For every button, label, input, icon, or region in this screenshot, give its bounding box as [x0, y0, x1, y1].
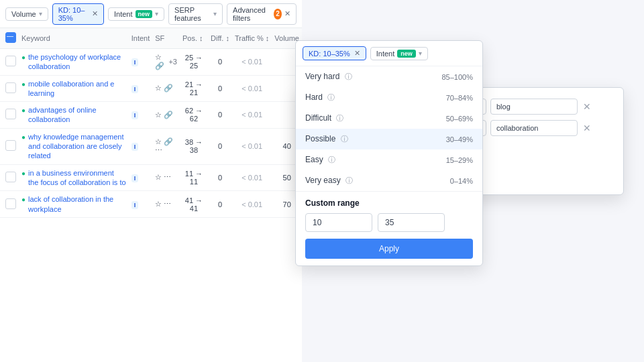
keyword-link[interactable]: lack of collaboration in the workplace: [28, 194, 126, 214]
keyword-link[interactable]: advantages of online collaboration: [28, 105, 126, 125]
kd-item-easy[interactable]: Easy ⓘ 15–29%: [296, 149, 482, 170]
col-sf: SF: [152, 28, 180, 49]
intent-badge: I: [131, 201, 139, 209]
kd-item-difficult[interactable]: Difficult ⓘ 50–69%: [296, 108, 482, 129]
col-diff: Diff. ↕: [208, 28, 232, 49]
table-row: ● the psychology of workplace collaborat…: [0, 49, 302, 76]
table-row: ● in a business environment the focus of…: [0, 164, 302, 191]
table-container: Volume ▾ KD: 10–35% ✕ Intent new ▾ SERP …: [0, 0, 302, 362]
intent-badge: I: [131, 58, 139, 66]
kd-close-icon[interactable]: ✕: [92, 9, 98, 18]
volume-chevron-icon: ▾: [39, 10, 42, 17]
filter-value-input-2[interactable]: [490, 120, 578, 136]
custom-range-min-input[interactable]: [305, 213, 372, 232]
sf-icons: ☆ 🔗: [155, 111, 173, 119]
col-intent: Intent: [129, 28, 153, 49]
serp-chevron-icon: ▾: [213, 10, 217, 17]
advanced-filters-close-icon[interactable]: ✕: [284, 9, 290, 18]
kd-active-pill[interactable]: KD: 10–35% ✕: [303, 46, 366, 60]
intent-badge: I: [131, 111, 139, 119]
table-row: ● advantages of online collaboration I ☆…: [0, 102, 302, 129]
custom-range-title: Custom range: [305, 198, 473, 208]
row-checkbox[interactable]: [5, 198, 16, 209]
volume-filter-pill[interactable]: Volume ▾: [5, 7, 48, 21]
advanced-filters-button[interactable]: Advanced filters 2 ✕: [227, 3, 297, 25]
custom-range-apply-button[interactable]: Apply: [305, 239, 473, 259]
kd-dropdown: KD: 10–35% ✕ Intent new ▾ Very hard ⓘ 85…: [295, 40, 483, 266]
row-checkbox[interactable]: [5, 109, 16, 119]
kd-top-bar: KD: 10–35% ✕ Intent new ▾: [296, 41, 482, 66]
row-expand-icon[interactable]: ●: [21, 133, 25, 141]
sf-icons: ☆ ⋯: [155, 173, 171, 181]
keyword-link[interactable]: why knowledge management and collaborati…: [28, 132, 126, 161]
row-expand-icon[interactable]: ●: [21, 54, 25, 61]
table-row: ● mobile collaboration and e learning I …: [0, 75, 302, 102]
table-row: ● lack of collaboration in the workplace…: [0, 191, 302, 218]
kd-item-very-hard[interactable]: Very hard ⓘ 85–100%: [296, 66, 482, 87]
serp-filter-pill[interactable]: SERP features ▾: [168, 3, 223, 25]
keyword-link[interactable]: in a business environment the focus of c…: [28, 168, 126, 188]
custom-range-max-input[interactable]: [378, 213, 445, 232]
sf-icons: ☆ ⋯: [155, 200, 171, 208]
row-expand-icon[interactable]: ●: [21, 170, 25, 177]
custom-range-section: Custom range Apply: [296, 192, 482, 265]
keyword-link[interactable]: mobile collaboration and e learning: [28, 79, 126, 99]
intent-badge: I: [131, 143, 139, 151]
kd-item-hard[interactable]: Hard ⓘ 70–84%: [296, 87, 482, 108]
row-expand-icon[interactable]: ●: [21, 80, 25, 88]
row-checkbox[interactable]: [5, 140, 16, 151]
sf-icons: ☆ 🔗: [155, 84, 173, 92]
filter-bar: Volume ▾ KD: 10–35% ✕ Intent new ▾ SERP …: [0, 0, 302, 28]
row-expand-icon[interactable]: ●: [21, 107, 25, 114]
row-checkbox[interactable]: [5, 172, 16, 182]
col-keyword: Keyword: [19, 28, 129, 49]
row-checkbox[interactable]: [5, 56, 16, 66]
kd-filter-pill[interactable]: KD: 10–35% ✕: [52, 3, 104, 25]
intent-badge: I: [131, 85, 139, 93]
table-row: ● why knowledge management and collabora…: [0, 128, 302, 164]
intent-badge: I: [131, 174, 139, 182]
col-pos: Pos. ↕: [180, 28, 208, 49]
intent-new-badge: new: [136, 10, 153, 18]
intent-chevron-icon-kd: ▾: [419, 50, 422, 57]
kd-item-possible[interactable]: Possible ⓘ 30–49%: [296, 129, 482, 149]
filter-row-close-1[interactable]: ✕: [582, 100, 592, 113]
kd-list: Very hard ⓘ 85–100% Hard ⓘ 70–84% Diffic…: [296, 66, 482, 191]
kd-item-very-easy[interactable]: Very easy ⓘ 0–14%: [296, 170, 482, 191]
advanced-filters-badge: 2: [274, 9, 282, 19]
custom-range-inputs: [305, 213, 473, 232]
intent-filter-pill-kd[interactable]: Intent new ▾: [370, 47, 428, 60]
kd-pill-close-icon[interactable]: ✕: [354, 49, 360, 58]
keyword-table: Keyword Intent SF Pos. ↕ Diff. ↕ Traffic…: [0, 28, 302, 218]
intent-chevron-icon: ▾: [155, 10, 158, 17]
filter-value-input-1[interactable]: [490, 99, 578, 115]
row-expand-icon[interactable]: ●: [21, 196, 25, 203]
col-traffic: Traffic % ↕: [232, 28, 272, 49]
intent-new-badge-kd: new: [397, 50, 416, 58]
intent-filter-pill[interactable]: Intent new ▾: [108, 7, 164, 21]
filter-row-close-2[interactable]: ✕: [582, 121, 592, 135]
sf-icons: ☆ 🔗: [155, 53, 167, 70]
select-all-checkbox[interactable]: [5, 32, 16, 43]
sf-icons: ☆ 🔗 ⋯: [155, 137, 173, 154]
row-checkbox[interactable]: [5, 82, 16, 93]
keyword-link[interactable]: the psychology of workplace collaboratio…: [28, 52, 126, 72]
